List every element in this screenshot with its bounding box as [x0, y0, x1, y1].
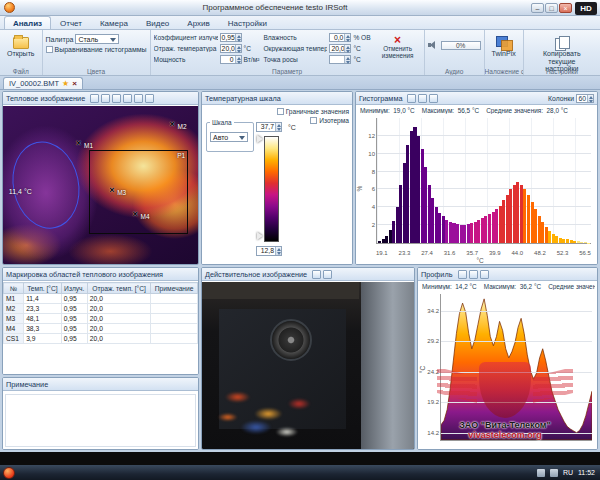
limit-values-checkbox[interactable]: [277, 108, 284, 115]
hist-equalize-checkbox[interactable]: [46, 46, 53, 53]
spinner-icon[interactable]: [275, 123, 281, 131]
scale-max-slider-icon[interactable]: [257, 135, 263, 143]
tray-icon[interactable]: [550, 469, 558, 477]
spinner-icon[interactable]: [235, 56, 241, 63]
param-input[interactable]: 0,0: [329, 33, 351, 42]
x-tick-label: 19.1: [376, 250, 388, 256]
table-row[interactable]: M111,40,9520,0: [4, 294, 198, 304]
thermal-body[interactable]: P1 11,4 °C ×M1×M2×M3×M4: [3, 106, 198, 264]
copy-icon[interactable]: [418, 94, 427, 103]
favorite-star-icon[interactable]: ★: [62, 79, 69, 88]
tab-Камера[interactable]: Камера: [91, 16, 137, 29]
spinner-icon[interactable]: [235, 34, 241, 41]
area-icon[interactable]: [134, 94, 143, 103]
isotherm-checkbox[interactable]: [310, 117, 317, 124]
marker-icon[interactable]: [123, 94, 132, 103]
param-label: Мощность: [154, 56, 218, 63]
save-icon[interactable]: [458, 270, 467, 279]
line-icon[interactable]: [480, 270, 489, 279]
note-textarea[interactable]: [5, 394, 196, 447]
table-row[interactable]: M348,10,9520,0: [4, 314, 198, 324]
table-row[interactable]: CS13,90,9520,0: [4, 334, 198, 344]
param-input[interactable]: [329, 55, 351, 64]
thermal-marker-M1[interactable]: ×M1: [76, 139, 88, 149]
scale-max-value: 37,7: [258, 123, 274, 131]
gridline: [441, 402, 592, 403]
scale-min-input[interactable]: 12,8: [256, 246, 282, 256]
scale-unit: °C: [288, 124, 296, 131]
param-input[interactable]: 20,0: [220, 44, 242, 53]
cancel-changes-button[interactable]: × Отменить изменения: [375, 32, 421, 65]
columns-input[interactable]: 60: [576, 94, 594, 103]
param-col-1: Коэффициент излучения0,95Отраж. температ…: [154, 32, 260, 65]
palette-label: Палитра: [46, 36, 74, 43]
table-row[interactable]: M223,30,9520,0: [4, 304, 198, 314]
thermal-toolbar: [90, 94, 154, 103]
tray-icon[interactable]: [537, 469, 545, 477]
clock[interactable]: 11:52: [578, 469, 595, 476]
region-rectangle[interactable]: P1: [89, 150, 188, 234]
scale-max-input[interactable]: 37,7: [256, 122, 282, 132]
document-tab[interactable]: IV_00002.BMT ★ ×: [3, 77, 83, 89]
copy-icon[interactable]: [469, 270, 478, 279]
histogram-x-unit: °C: [477, 257, 484, 264]
start-orb-icon[interactable]: [3, 467, 15, 479]
scale-mode-select[interactable]: Авто: [210, 132, 248, 142]
columns-value: 60: [578, 95, 586, 102]
spinner-icon[interactable]: [587, 95, 593, 102]
spinner-icon[interactable]: [344, 45, 350, 52]
spinner-icon[interactable]: [344, 34, 350, 41]
scale-mode-box: Шкала Авто: [206, 122, 254, 152]
save-icon[interactable]: [90, 94, 99, 103]
thermal-marker-M3[interactable]: ×M3: [109, 186, 121, 196]
tab-Видео[interactable]: Видео: [137, 16, 178, 29]
testo-logo-icon[interactable]: [4, 2, 15, 13]
table-row[interactable]: M438,30,9520,0: [4, 324, 198, 334]
copy-icon[interactable]: [323, 270, 332, 279]
scale-min-slider-icon[interactable]: [257, 232, 263, 240]
grid-icon[interactable]: [429, 94, 438, 103]
tab-Отчет[interactable]: Отчет: [51, 16, 91, 29]
maximize-button[interactable]: □: [545, 3, 558, 13]
language-indicator[interactable]: RU: [563, 469, 573, 476]
document-tab-name: IV_00002.BMT: [9, 79, 59, 88]
save-icon[interactable]: [312, 270, 321, 279]
real-image-body[interactable]: [202, 282, 414, 449]
param-label: Точка росы: [263, 56, 327, 63]
param-input[interactable]: 0: [220, 55, 242, 64]
param-label: Коэффициент излучения: [154, 34, 218, 41]
copy-icon[interactable]: [101, 94, 110, 103]
ellipse-annotation[interactable]: [4, 135, 87, 235]
spinner-icon[interactable]: [275, 247, 281, 255]
marker-table-body-wrap: №Темп. [°C]Излуч.Отраж. темп. [°C]Примеч…: [3, 282, 198, 374]
gridline: [441, 433, 592, 434]
tab-Анализ[interactable]: Анализ: [4, 16, 51, 29]
twinpix-button[interactable]: TwinPix: [488, 32, 520, 59]
marker-label: M2: [178, 123, 187, 130]
document-tab-close-icon[interactable]: ×: [72, 79, 77, 88]
column-header: Темп. [°C]: [24, 283, 62, 294]
palette-select[interactable]: Сталь: [75, 34, 119, 44]
tab-Архив[interactable]: Архив: [178, 16, 218, 29]
palette-icon[interactable]: [112, 94, 121, 103]
limit-values-label: Граничные значения: [286, 108, 349, 115]
real-image-panel: Действительное изображение: [201, 267, 415, 450]
thermal-marker-M4[interactable]: ×M4: [133, 210, 145, 220]
minimize-button[interactable]: –: [531, 3, 544, 13]
status-bar: testo 875-1i 160x120 Пиксели записано 14…: [0, 452, 600, 465]
scale-gradient[interactable]: [264, 136, 279, 242]
param-input[interactable]: 20,0: [329, 44, 351, 53]
rotate-icon[interactable]: [145, 94, 154, 103]
save-icon[interactable]: [407, 94, 416, 103]
close-button[interactable]: ×: [559, 3, 572, 13]
y-tick-label: 19.2: [424, 399, 439, 405]
spinner-icon[interactable]: [344, 56, 350, 63]
spinner-icon[interactable]: [235, 45, 241, 52]
thermal-marker-M2[interactable]: ×M2: [170, 120, 182, 130]
real-toolbar: [312, 270, 332, 279]
audio-level-slider[interactable]: 0%: [441, 41, 481, 50]
param-input[interactable]: 0,95: [220, 33, 242, 42]
tab-Настройки[interactable]: Настройки: [219, 16, 276, 29]
marker-label: M3: [117, 189, 126, 196]
open-button[interactable]: Открыть: [3, 32, 39, 59]
